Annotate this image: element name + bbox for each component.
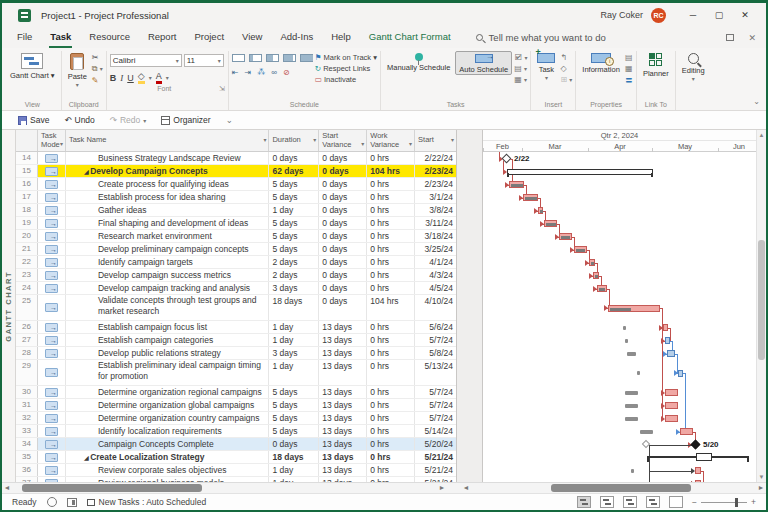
table-hscroll-thumb[interactable] (22, 484, 202, 492)
start-cell[interactable]: 5/7/24 (415, 412, 456, 424)
task-name-cell[interactable]: Business Strategy Landscape Review Compl… (66, 152, 270, 164)
chart-scroll-right-icon[interactable]: ► (756, 483, 766, 493)
font-color-button[interactable]: A (156, 71, 162, 84)
gantt-task-bar[interactable] (665, 402, 678, 409)
work-variance-cell[interactable]: 0 hrs (367, 230, 415, 242)
duration-cell[interactable]: 2 days (269, 269, 319, 281)
view-bar[interactable]: GANTT CHART (2, 130, 16, 482)
duration-cell[interactable]: 0 days (269, 438, 319, 450)
task-name-cell[interactable]: Develop public relations strategy (66, 347, 270, 359)
background-color-button[interactable]: ◇ (138, 71, 145, 84)
start-variance-cell[interactable]: 0 days (319, 191, 367, 203)
table-row[interactable]: 33Identify localization requirements5 da… (16, 425, 456, 438)
duration-cell[interactable]: 5 days (269, 412, 319, 424)
table-row[interactable]: 25Validate concepts through test groups … (16, 295, 456, 321)
start-variance-cell[interactable]: 13 days (319, 347, 367, 359)
work-variance-cell[interactable]: 0 hrs (367, 425, 415, 437)
work-variance-cell[interactable]: 0 hrs (367, 321, 415, 333)
chart-hscroll-thumb[interactable] (551, 484, 691, 492)
new-window-icon[interactable] (67, 498, 77, 507)
work-variance-cell[interactable]: 0 hrs (367, 243, 415, 255)
start-cell[interactable]: 3/18/24 (415, 230, 456, 242)
task-mode-cell[interactable] (38, 269, 66, 281)
editing-button[interactable]: Editing▾ (679, 51, 708, 83)
task-name-cell[interactable]: Establish campaign categories (66, 334, 270, 346)
table-scroll-right-icon[interactable]: ► (437, 483, 447, 493)
duration-cell[interactable]: 3 days (269, 282, 319, 294)
table-row[interactable]: 24Develop campaign tracking and analysis… (16, 282, 456, 295)
gantt-task-bar[interactable] (538, 207, 543, 214)
table-row[interactable]: 20Research market environment5 days0 day… (16, 230, 456, 243)
start-variance-cell[interactable]: 0 days (319, 269, 367, 281)
task-name-cell[interactable]: Identify localization requirements (66, 425, 270, 437)
start-cell[interactable]: 3/25/24 (415, 243, 456, 255)
duration-cell[interactable]: 1 day (269, 334, 319, 346)
task-name-cell[interactable]: Establish campaign focus list (66, 321, 270, 333)
start-cell[interactable]: 4/3/24 (415, 269, 456, 281)
chart-hscrollbar[interactable] (471, 483, 756, 493)
task-mode-cell[interactable] (38, 295, 66, 320)
row-number[interactable]: 24 (16, 282, 38, 294)
gantt-task-bar[interactable] (608, 305, 660, 312)
gantt-task-bar[interactable] (665, 337, 670, 344)
task-name-cell[interactable]: Campaign Concepts Complete (66, 438, 270, 450)
row-number[interactable]: 37 (16, 477, 38, 482)
duration-cell[interactable]: 0 days (269, 152, 319, 164)
task-name-cell[interactable]: Review regional business models (66, 477, 270, 482)
respect-links-button[interactable]: ↻ Respect Links (315, 64, 377, 73)
row-number[interactable]: 32 (16, 412, 38, 424)
table-row[interactable]: 36Review corporate sales objectives1 day… (16, 464, 456, 477)
row-number[interactable]: 30 (16, 386, 38, 398)
task-name-cell[interactable]: Identify campaign targets (66, 256, 270, 268)
gantt-summary-bar[interactable] (507, 169, 653, 175)
duration-cell[interactable]: 2 days (269, 256, 319, 268)
task-name-cell[interactable]: Create process for qualifying ideas (66, 178, 270, 190)
duration-cell[interactable]: 5 days (269, 399, 319, 411)
table-row[interactable]: 17Establish process for idea sharing5 da… (16, 191, 456, 204)
duration-cell[interactable]: 62 days (269, 165, 319, 177)
timescale[interactable]: Qtr 2, 2024 FebMarAprMayJun (483, 130, 766, 152)
task-mode-cell[interactable] (38, 477, 66, 482)
gantt-task-bar[interactable] (678, 370, 683, 377)
table-row[interactable]: 28Develop public relations strategy3 day… (16, 347, 456, 360)
task-name-cell[interactable]: Review corporate sales objectives (66, 464, 270, 476)
tab-file[interactable]: File (8, 27, 41, 48)
start-cell[interactable]: 5/7/24 (415, 334, 456, 346)
task-mode-cell[interactable] (38, 217, 66, 229)
start-cell[interactable]: 2/23/24 (415, 178, 456, 190)
task-mode-cell[interactable] (38, 464, 66, 476)
work-variance-cell[interactable]: 0 hrs (367, 282, 415, 294)
gantt-task-bar[interactable] (695, 480, 701, 482)
start-variance-cell[interactable]: 0 days (319, 256, 367, 268)
task-name-cell[interactable]: Develop campaign tracking and analysis p… (66, 282, 270, 294)
task-mode-cell[interactable] (38, 256, 66, 268)
scroll-down-icon[interactable]: ▼ (757, 472, 766, 482)
task-name-cell[interactable]: Determine organization regional campaign… (66, 386, 270, 398)
qat-customize-icon[interactable]: ⌄ (220, 115, 239, 125)
start-variance-cell[interactable]: 13 days (319, 412, 367, 424)
row-number[interactable]: 15 (16, 165, 38, 177)
report-view-icon[interactable] (669, 496, 683, 508)
row-number[interactable]: 36 (16, 464, 38, 476)
column-header-task-mode[interactable]: TaskMode▾ (38, 130, 66, 151)
row-number[interactable]: 20 (16, 230, 38, 242)
task-mode-cell[interactable] (38, 243, 66, 255)
row-number[interactable]: 22 (16, 256, 38, 268)
accessibility-icon[interactable] (47, 497, 57, 507)
row-number[interactable]: 28 (16, 347, 38, 359)
column-header-task-name[interactable]: Task Name▾ (66, 130, 270, 151)
team-planner-view-icon[interactable] (623, 496, 637, 508)
task-mode-cell[interactable] (38, 386, 66, 398)
duration-cell[interactable]: 18 days (269, 295, 319, 320)
task-mode-cell[interactable] (38, 425, 66, 437)
task-usage-view-icon[interactable] (600, 496, 614, 508)
details-icon[interactable]: ▦ (625, 64, 633, 73)
tab-task[interactable]: Task (41, 27, 80, 48)
task-mode-cell[interactable] (38, 282, 66, 294)
duration-cell[interactable]: 5 days (269, 191, 319, 203)
task-name-cell[interactable]: Final shaping and development of ideas (66, 217, 270, 229)
vscroll-thumb[interactable] (758, 240, 765, 360)
gantt-chart-button[interactable]: Gantt Chart ▾ (7, 51, 58, 80)
table-row[interactable]: 31Determine organization global campaign… (16, 399, 456, 412)
zoom-slider-thumb[interactable] (735, 498, 738, 507)
